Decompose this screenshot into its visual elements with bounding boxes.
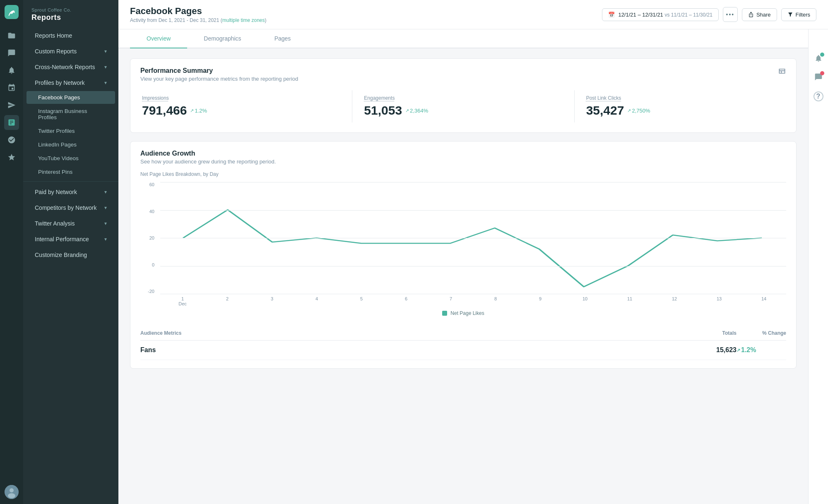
topbar-left: Facebook Pages Activity from Dec 1, 2021… xyxy=(130,6,267,23)
x-label-10: 10 xyxy=(563,296,607,301)
impressions-value: 791,466 ↗ 1.2% xyxy=(142,103,340,118)
sidebar-item-twitter-profiles[interactable]: Twitter Profiles xyxy=(26,125,115,137)
nav-icon-listen[interactable] xyxy=(4,132,19,147)
sidebar-item-instagram-business[interactable]: Instagram Business Profiles xyxy=(26,105,115,124)
sidebar-item-customize-branding[interactable]: Customize Branding xyxy=(26,247,115,262)
tab-overview[interactable]: Overview xyxy=(130,29,187,48)
chevron-down-icon: ▾ xyxy=(104,205,107,211)
x-label-5: 5 xyxy=(339,296,384,301)
help-icon[interactable]: ? xyxy=(814,91,823,101)
impressions-label: Impressions xyxy=(142,95,340,101)
sidebar-header: Sprout Coffee Co. Reports xyxy=(23,0,118,28)
col-header-totals: Totals xyxy=(687,330,737,336)
col-header-change: % Change xyxy=(737,330,786,336)
nav-icon-inbox[interactable] xyxy=(4,63,19,78)
audience-growth-subtitle: See how your audience grew during the re… xyxy=(140,158,276,165)
sidebar-item-linkedin-pages[interactable]: LinkedIn Pages xyxy=(26,138,115,151)
chevron-down-icon: ▾ xyxy=(104,64,107,70)
feedback-icon[interactable] xyxy=(814,73,823,83)
y-label-neg20: -20 xyxy=(148,289,154,294)
y-axis: 60 40 20 0 -20 xyxy=(140,182,157,294)
scrollable-content: Overview Demographics Pages Performance … xyxy=(118,29,808,504)
sidebar-item-internal-performance[interactable]: Internal Performance ▾ xyxy=(26,232,115,247)
content-inner: Performance Summary View your key page p… xyxy=(118,48,808,387)
x-axis: 1Dec 2 3 4 5 6 7 8 9 10 11 xyxy=(160,294,786,306)
share-button[interactable]: Share xyxy=(742,8,777,21)
sidebar-item-pinterest-pins[interactable]: Pinterest Pins xyxy=(26,166,115,178)
nav-icon-analytics[interactable] xyxy=(4,115,19,130)
sidebar-item-youtube-videos[interactable]: YouTube Videos xyxy=(26,152,115,165)
date-range-button[interactable]: 📅 12/1/21 – 12/31/21 vs 11/1/21 – 11/30/… xyxy=(602,8,719,21)
metric-impressions: Impressions 791,466 ↗ 1.2% xyxy=(130,90,352,122)
content-with-right-rail: Overview Demographics Pages Performance … xyxy=(118,29,828,504)
post-link-clicks-value: 35,427 ↗ 2,750% xyxy=(586,103,785,118)
audience-growth-card: Audience Growth See how your audience gr… xyxy=(130,141,797,369)
nav-icon-pin[interactable] xyxy=(4,80,19,95)
x-label-11: 11 xyxy=(607,296,652,301)
up-arrow-icon: ↗ xyxy=(627,108,631,113)
nav-icon-publish[interactable] xyxy=(4,98,19,113)
sidebar-divider xyxy=(23,181,118,182)
x-label-7: 7 xyxy=(428,296,473,301)
sidebar-item-cross-network[interactable]: Cross-Network Reports ▾ xyxy=(26,60,115,74)
engagements-change: ↗ 2,364% xyxy=(405,108,428,114)
up-arrow-icon: ↗ xyxy=(737,348,740,353)
timezone-link[interactable]: multiple time zones xyxy=(222,17,265,23)
chevron-down-icon: ▾ xyxy=(104,236,107,242)
tab-demographics[interactable]: Demographics xyxy=(187,29,258,48)
app-logo[interactable] xyxy=(5,5,19,19)
sidebar-item-facebook-pages[interactable]: Facebook Pages xyxy=(26,91,115,104)
card-title-group: Performance Summary View your key page p… xyxy=(140,67,298,82)
bell-icon[interactable] xyxy=(814,54,823,65)
feedback-badge xyxy=(820,71,824,75)
x-label-8: 8 xyxy=(473,296,518,301)
chevron-down-icon: ▾ xyxy=(104,221,107,226)
left-icon-rail xyxy=(0,0,23,504)
topbar-right: 📅 12/1/21 – 12/31/21 vs 11/1/21 – 11/30/… xyxy=(602,7,816,22)
sidebar-item-competitors[interactable]: Competitors by Network ▾ xyxy=(26,200,115,215)
more-options-button[interactable]: ••• xyxy=(723,7,738,22)
x-label-1: 1Dec xyxy=(160,296,205,306)
chart-legend: Net Page Likes xyxy=(140,310,786,316)
impressions-change: ↗ 1.2% xyxy=(190,108,207,114)
grid-line-40 xyxy=(160,210,786,211)
nav-icon-folder[interactable] xyxy=(4,28,19,43)
share-icon xyxy=(748,12,754,17)
sidebar-item-twitter-analysis[interactable]: Twitter Analysis ▾ xyxy=(26,216,115,231)
page-subtitle: Activity from Dec 1, 2021 - Dec 31, 2021… xyxy=(130,17,267,23)
table-row: Fans 15,623 ↗ 1.2% xyxy=(140,341,786,360)
chart-label: Net Page Likes Breakdown, by Day xyxy=(140,171,786,177)
user-avatar[interactable] xyxy=(5,485,19,499)
card-header-audience: Audience Growth See how your audience gr… xyxy=(130,142,796,165)
x-label-9: 9 xyxy=(518,296,563,301)
fans-change: ↗ 1.2% xyxy=(737,346,786,354)
nav-icon-messages[interactable] xyxy=(4,46,19,60)
filters-button[interactable]: Filters xyxy=(781,8,816,21)
y-label-20: 20 xyxy=(149,235,154,240)
sidebar-item-reports-home[interactable]: Reports Home xyxy=(26,28,115,43)
audience-metrics-table: Audience Metrics Totals % Change Fans 15… xyxy=(130,326,796,368)
sidebar-item-custom-reports[interactable]: Custom Reports ▾ xyxy=(26,44,115,59)
sidebar-item-paid-by-network[interactable]: Paid by Network ▾ xyxy=(26,185,115,199)
x-label-3: 3 xyxy=(250,296,294,301)
audience-growth-title: Audience Growth xyxy=(140,150,276,157)
nav-icon-star[interactable] xyxy=(4,150,19,165)
table-view-icon[interactable] xyxy=(778,67,786,77)
up-arrow-icon: ↗ xyxy=(405,108,409,113)
sidebar-item-profiles-by-network[interactable]: Profiles by Network ▾ xyxy=(26,75,115,90)
chevron-down-icon: ▾ xyxy=(104,189,107,195)
engagements-value: 51,053 ↗ 2,364% xyxy=(364,103,562,118)
y-label-60: 60 xyxy=(149,182,154,187)
company-name: Sprout Coffee Co. xyxy=(31,7,110,12)
svg-point-2 xyxy=(8,493,15,498)
grid-line-60 xyxy=(160,182,786,182)
filters-label: Filters xyxy=(796,12,810,18)
legend-dot xyxy=(442,311,447,316)
calendar-icon: 📅 xyxy=(608,12,615,18)
y-label-0: 0 xyxy=(152,262,154,267)
x-label-2: 2 xyxy=(205,296,250,301)
tab-pages[interactable]: Pages xyxy=(258,29,308,48)
tab-bar: Overview Demographics Pages xyxy=(118,29,808,48)
main-content: Facebook Pages Activity from Dec 1, 2021… xyxy=(118,0,828,504)
card-title-group-audience: Audience Growth See how your audience gr… xyxy=(140,150,276,165)
